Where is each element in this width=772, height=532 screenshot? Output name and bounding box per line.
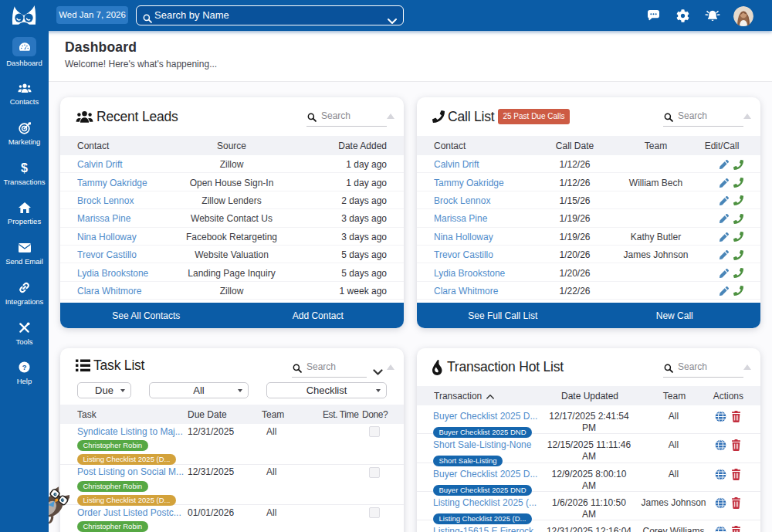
svg-text:?: ? [22, 364, 27, 371]
